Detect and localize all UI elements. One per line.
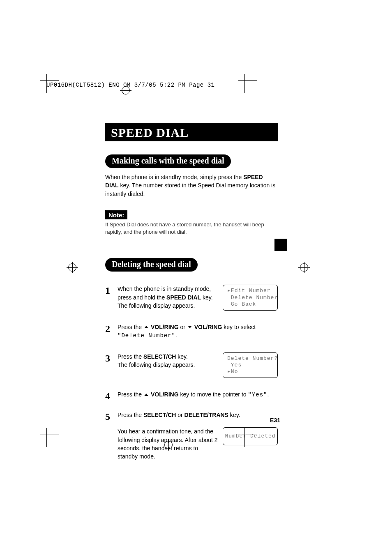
- crop-mark: [244, 74, 245, 93]
- text: or: [179, 324, 187, 330]
- step-number: 4: [105, 391, 118, 401]
- text: or: [176, 412, 184, 418]
- registration-mark: [300, 263, 308, 272]
- section-heading-making-calls: Making calls with the speed dial: [105, 154, 231, 168]
- step-number: 5: [105, 412, 118, 421]
- text: key to move the pointer to: [179, 391, 248, 398]
- note-label: Note:: [105, 210, 127, 219]
- key-label: DELETE/TRANS: [184, 412, 228, 418]
- step-5: 5 Press the SELECT/CH or DELETE/TRANS ke…: [105, 411, 278, 421]
- page-content: SPEED DIAL Making calls with the speed d…: [105, 123, 278, 461]
- section-heading-deleting: Deleting the speed dial: [105, 258, 198, 272]
- volume-down-icon: [188, 326, 192, 328]
- text: Press the: [118, 353, 143, 360]
- print-header: UP016DH(CLT5812) ENG OM 3/7/05 5:22 PM P…: [46, 82, 214, 88]
- step-2: 2 Press the VOL/RING or VOL/RING key to …: [105, 323, 278, 340]
- text: key to select: [222, 324, 256, 330]
- text: You hear a confirmation tone, and the fo…: [118, 428, 218, 460]
- text: The following display appears.: [118, 362, 195, 368]
- step-4: 4 Press the VOL/RING key to move the poi…: [105, 390, 278, 401]
- page-number: E31: [270, 417, 280, 424]
- step-1: 1 When the phone is in standby mode, pre…: [105, 285, 278, 311]
- text: key.: [176, 353, 188, 360]
- step-body: Press the VOL/RING key to move the point…: [118, 390, 278, 399]
- step-body: You hear a confirmation tone, and the fo…: [118, 427, 218, 461]
- text: Press the: [118, 324, 143, 330]
- lcd-text-inline: "Delete Number": [118, 332, 175, 339]
- section1-body: When the phone is in standby mode, simpl…: [105, 173, 278, 198]
- key-label: VOL/RING: [194, 324, 222, 330]
- key-label: SELECT/CH: [143, 412, 176, 418]
- key-label: VOL/RING: [151, 391, 179, 398]
- text: Press the: [118, 412, 143, 418]
- step-number: 3: [105, 353, 118, 363]
- registration-mark: [68, 263, 76, 272]
- step-number: 2: [105, 324, 118, 334]
- volume-up-icon: [144, 394, 148, 396]
- volume-up-icon: [144, 326, 148, 328]
- lcd-text-inline: "Yes": [248, 391, 267, 398]
- lcd-display: ▸Edit Number Delete Number Go Back: [223, 285, 278, 311]
- crop-mark: [238, 80, 257, 81]
- crop-mark: [40, 80, 59, 81]
- text: Press the: [118, 391, 143, 398]
- step-body: Press the VOL/RING or VOL/RING key to se…: [118, 323, 278, 340]
- crop-mark: [46, 428, 47, 447]
- text: key. The number stored in the Speed Dial…: [105, 182, 275, 197]
- page-title: SPEED DIAL: [105, 123, 278, 141]
- lcd-display: Delete Number? Yes ▸No: [223, 352, 278, 378]
- step-5-continued: You hear a confirmation tone, and the fo…: [105, 427, 278, 461]
- step-body: Press the SELECT/CH key.The following di…: [118, 352, 218, 369]
- step-number: 1: [105, 286, 118, 295]
- text: .: [267, 391, 269, 398]
- key-label: VOL/RING: [151, 324, 179, 330]
- key-label: SELECT/CH: [143, 353, 176, 360]
- step-3: 3 Press the SELECT/CH key.The following …: [105, 352, 278, 378]
- text: .: [175, 332, 177, 339]
- lcd-display: Number Deleted: [223, 427, 278, 445]
- text: key.: [228, 412, 240, 418]
- step-body: When the phone is in standby mode, press…: [118, 285, 218, 310]
- crop-mark: [40, 435, 59, 435]
- key-label: SPEED DIAL: [166, 294, 201, 301]
- note-text: If Speed Dial does not have a stored num…: [105, 221, 270, 236]
- text: When the phone is in standby mode, simpl…: [105, 174, 243, 180]
- step-body: Press the SELECT/CH or DELETE/TRANS key.: [118, 411, 278, 419]
